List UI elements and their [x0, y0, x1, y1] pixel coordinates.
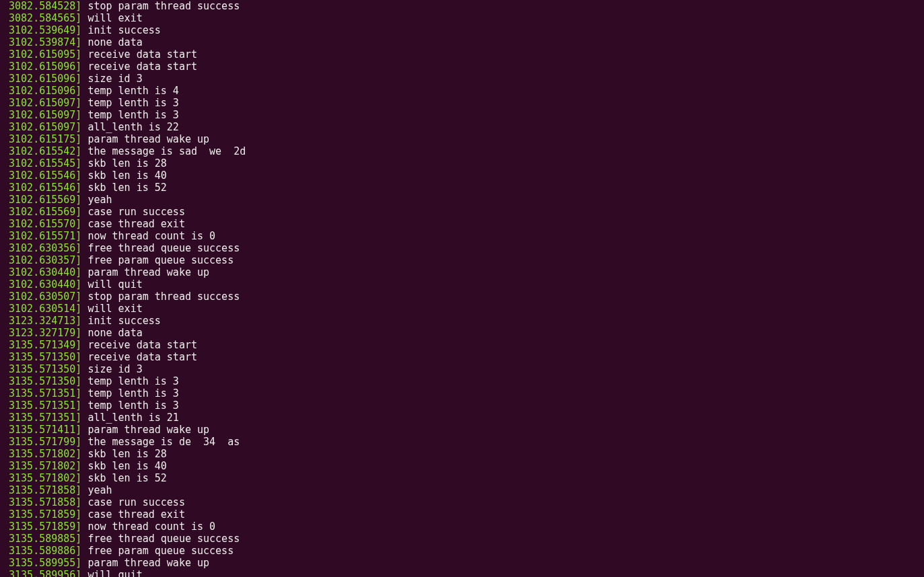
log-message: will exit — [81, 12, 142, 24]
log-message: temp lenth is 3 — [81, 375, 179, 387]
log-line: 3135.589956] will quit — [3, 569, 921, 577]
log-message: temp lenth is 3 — [81, 399, 179, 412]
log-timestamp: 3135.571802] — [3, 448, 81, 460]
log-line: 3135.571350] temp lenth is 3 — [3, 375, 921, 387]
log-message: temp lenth is 3 — [81, 387, 179, 399]
log-timestamp: 3082.584565] — [3, 12, 81, 24]
log-timestamp: 3135.571351] — [3, 399, 81, 412]
log-line: 3135.571858] yeah — [3, 484, 921, 496]
log-line: 3123.324713] init success — [3, 315, 921, 327]
log-message: temp lenth is 4 — [81, 85, 179, 97]
log-timestamp: 3102.615570] — [3, 218, 81, 230]
log-line: 3135.571859] case thread exit — [3, 508, 921, 521]
log-timestamp: 3102.615569] — [3, 206, 81, 218]
log-timestamp: 3123.327179] — [3, 327, 81, 339]
log-message: init success — [81, 24, 160, 36]
log-line: 3135.571350] receive data start — [3, 351, 921, 363]
log-timestamp: 3135.571350] — [3, 351, 81, 363]
log-timestamp: 3102.630440] — [3, 266, 81, 278]
log-message: stop param thread success — [81, 0, 240, 12]
log-timestamp: 3135.571858] — [3, 496, 81, 508]
log-timestamp: 3102.615097] — [3, 121, 81, 133]
log-timestamp: 3135.571802] — [3, 460, 81, 472]
log-message: the message is sad we 2d — [81, 145, 246, 157]
log-line: 3102.615546] skb len is 52 — [3, 182, 921, 194]
log-message: receive data start — [81, 339, 197, 351]
log-message: free param queue success — [81, 254, 234, 266]
log-timestamp: 3102.630357] — [3, 254, 81, 266]
log-line: 3135.571802] skb len is 52 — [3, 472, 921, 484]
log-message: yeah — [81, 484, 112, 496]
log-line: 3135.571350] size id 3 — [3, 363, 921, 375]
log-timestamp: 3102.615546] — [3, 169, 81, 182]
log-message: receive data start — [81, 351, 197, 363]
log-timestamp: 3135.571349] — [3, 339, 81, 351]
log-timestamp: 3102.615546] — [3, 182, 81, 194]
log-line: 3102.615542] the message is sad we 2d — [3, 145, 921, 157]
log-message: init success — [81, 315, 160, 327]
log-message: will quit — [81, 569, 142, 577]
log-message: case run success — [81, 206, 185, 218]
log-line: 3102.615096] temp lenth is 4 — [3, 85, 921, 97]
log-line: 3102.630507] stop param thread success — [3, 291, 921, 303]
log-timestamp: 3102.615096] — [3, 61, 81, 73]
log-line: 3102.615096] receive data start — [3, 61, 921, 73]
log-timestamp: 3102.539649] — [3, 24, 81, 36]
log-line: 3135.571411] param thread wake up — [3, 424, 921, 436]
log-line: 3135.571351] temp lenth is 3 — [3, 399, 921, 412]
log-timestamp: 3102.615097] — [3, 109, 81, 121]
log-timestamp: 3102.630514] — [3, 303, 81, 315]
log-timestamp: 3102.630507] — [3, 291, 81, 303]
log-message: size id 3 — [81, 363, 142, 375]
log-message: all_lenth is 21 — [81, 412, 185, 424]
log-message: skb len is 40 — [81, 169, 166, 182]
log-message: now thread count is 0 — [81, 521, 215, 533]
log-timestamp: 3135.571859] — [3, 508, 81, 521]
log-message: will quit — [81, 278, 142, 291]
log-timestamp: 3135.571411] — [3, 424, 81, 436]
log-timestamp: 3135.571350] — [3, 363, 81, 375]
log-line: 3135.571859] now thread count is 0 — [3, 521, 921, 533]
terminal-output[interactable]: 3082.584528] stop param thread success 3… — [0, 0, 924, 577]
log-line: 3102.615569] case run success — [3, 206, 921, 218]
log-timestamp: 3102.615545] — [3, 157, 81, 169]
log-line: 3135.589886] free param queue success — [3, 545, 921, 557]
log-line: 3135.571351] all_lenth is 21 — [3, 412, 921, 424]
log-timestamp: 3082.584528] — [3, 0, 81, 12]
log-timestamp: 3102.615096] — [3, 73, 81, 85]
log-message: stop param thread success — [81, 291, 240, 303]
log-timestamp: 3135.571351] — [3, 412, 81, 424]
log-message: temp lenth is 3 — [81, 109, 179, 121]
log-message: the message is de 34 as — [81, 436, 240, 448]
log-message: size id 3 — [81, 73, 142, 85]
log-line: 3102.615570] case thread exit — [3, 218, 921, 230]
log-message: yeah — [81, 194, 112, 206]
log-message: param thread wake up — [81, 266, 209, 278]
log-line: 3102.615097] temp lenth is 3 — [3, 97, 921, 109]
log-message: none data — [81, 36, 142, 48]
log-message: now thread count is 0 — [81, 230, 215, 242]
log-message: receive data start — [81, 48, 197, 61]
log-line: 3102.539649] init success — [3, 24, 921, 36]
log-line: 3082.584528] stop param thread success — [3, 0, 921, 12]
log-line: 3135.571802] skb len is 40 — [3, 460, 921, 472]
log-timestamp: 3102.630356] — [3, 242, 81, 254]
log-line: 3102.615175] param thread wake up — [3, 133, 921, 145]
log-message: skb len is 28 — [81, 157, 166, 169]
log-message: param thread wake up — [81, 133, 209, 145]
log-message: temp lenth is 3 — [81, 97, 179, 109]
log-message: skb len is 52 — [81, 182, 166, 194]
log-message: skb len is 40 — [81, 460, 166, 472]
log-message: skb len is 52 — [81, 472, 166, 484]
log-timestamp: 3135.589885] — [3, 533, 81, 545]
log-line: 3102.615096] size id 3 — [3, 73, 921, 85]
log-timestamp: 3102.615175] — [3, 133, 81, 145]
log-line: 3135.571858] case run success — [3, 496, 921, 508]
log-message: receive data start — [81, 61, 197, 73]
log-message: free param queue success — [81, 545, 234, 557]
log-timestamp: 3135.589956] — [3, 569, 81, 577]
log-timestamp: 3102.615095] — [3, 48, 81, 61]
log-timestamp: 3135.571859] — [3, 521, 81, 533]
log-message: case thread exit — [81, 508, 185, 521]
log-line: 3102.615545] skb len is 28 — [3, 157, 921, 169]
